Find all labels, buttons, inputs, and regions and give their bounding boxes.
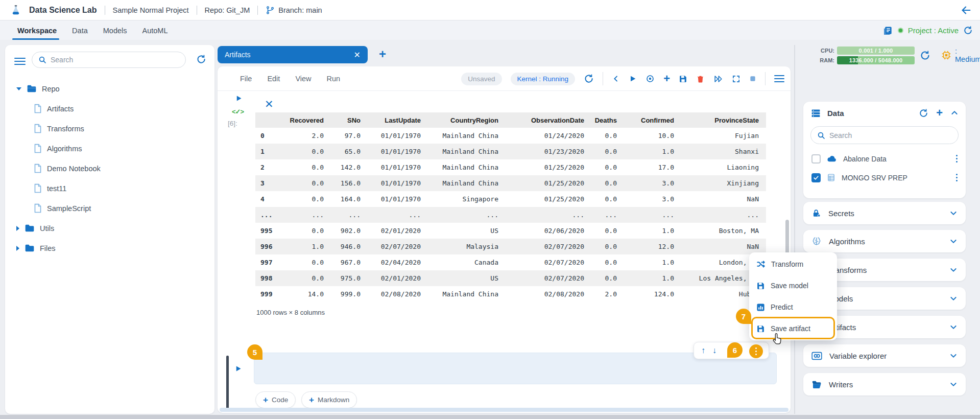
cell-options-icon[interactable] bbox=[749, 344, 763, 358]
nav-item-data[interactable]: Data bbox=[72, 27, 88, 35]
kernel-status-badge: Kernel : Running bbox=[511, 73, 576, 85]
collapse-left-icon[interactable] bbox=[612, 75, 620, 83]
chevron-down-icon[interactable] bbox=[949, 380, 958, 388]
run-all-icon[interactable] bbox=[713, 74, 723, 84]
tab-close-icon[interactable]: ✕ bbox=[354, 50, 361, 60]
explorer-menu-icon[interactable] bbox=[14, 56, 26, 67]
menu-item-save-model[interactable]: Save model bbox=[749, 275, 837, 296]
tree-label: Algorithms bbox=[47, 145, 82, 153]
writers-panel[interactable]: Writers bbox=[803, 373, 966, 395]
window-bottom-edge bbox=[0, 415, 980, 419]
chevron-down-icon[interactable] bbox=[949, 352, 958, 360]
tree-file-demo-notebook[interactable]: Demo Notebook bbox=[5, 158, 214, 178]
cell1-run-icon[interactable] bbox=[235, 95, 243, 102]
menu-view[interactable]: View bbox=[295, 75, 311, 83]
new-tab-button[interactable]: + bbox=[379, 47, 386, 61]
divider bbox=[257, 6, 258, 15]
cell2-run-icon[interactable] bbox=[234, 365, 242, 373]
nav-item-models[interactable]: Models bbox=[103, 27, 127, 35]
tab-artifacts[interactable]: Artifacts ✕ bbox=[218, 46, 368, 63]
divider bbox=[105, 6, 105, 15]
variable-explorer-panel[interactable]: Variable explorer bbox=[803, 344, 966, 367]
project-status-label: Project : Active bbox=[908, 26, 959, 35]
tree-folder-utils[interactable]: Utils bbox=[5, 218, 214, 238]
checkbox-checked[interactable] bbox=[811, 173, 821, 182]
move-cell-up-icon[interactable]: ↑ bbox=[701, 346, 705, 355]
move-cell-down-icon[interactable]: ↓ bbox=[712, 346, 716, 355]
instance-size-label: : Medium bbox=[955, 47, 980, 63]
table-header-row: Recovered SNo LastUpdate CountryRegion O… bbox=[255, 112, 766, 128]
table-summary: 1000 rows × 8 columns bbox=[256, 309, 325, 316]
resource-meters: CPU: 0.001 / 1.000 RAM: 1336.000 / 5048.… bbox=[817, 45, 980, 65]
table-row: 99914.0999.002/08/2020Mainland China02/0… bbox=[255, 286, 766, 302]
nav-item-automl[interactable]: AutoML bbox=[142, 27, 168, 35]
dataset-item-mongo[interactable]: MONGO SRV PREP bbox=[803, 168, 966, 187]
data-collapse-icon[interactable] bbox=[950, 109, 959, 117]
algorithms-panel[interactable]: Algorithms bbox=[803, 230, 966, 252]
menu-item-transform[interactable]: Transform bbox=[749, 253, 837, 275]
panel-title: Writers bbox=[829, 380, 942, 389]
tree-file-artifacts[interactable]: Artifacts bbox=[5, 99, 214, 119]
menu-item-predict[interactable]: Predict bbox=[749, 296, 837, 318]
dataset-item-abalone[interactable]: Abalone Data bbox=[803, 149, 966, 168]
kernel-refresh-icon[interactable] bbox=[584, 74, 594, 84]
resources-refresh-icon[interactable] bbox=[920, 50, 930, 61]
annotation-badge-6: 6 bbox=[727, 342, 743, 358]
tree-file-samplescript[interactable]: SampleScript bbox=[5, 198, 214, 218]
variable-explorer-icon bbox=[811, 352, 822, 360]
tree-file-test11[interactable]: test11 bbox=[5, 178, 214, 198]
dataset-options-icon[interactable] bbox=[956, 174, 958, 182]
secrets-panel[interactable]: Secrets bbox=[803, 202, 966, 224]
data-refresh-icon[interactable] bbox=[919, 108, 928, 118]
add-cell-icon[interactable]: + bbox=[663, 72, 670, 85]
delete-cell-icon[interactable] bbox=[696, 75, 705, 83]
ram-usage-bar: 1336.000 / 5048.000 bbox=[837, 56, 915, 64]
tree-folder-files[interactable]: Files bbox=[5, 238, 214, 258]
search-icon bbox=[38, 56, 46, 64]
nav-item-workspace[interactable]: Workspace bbox=[17, 27, 57, 35]
add-markdown-label: Markdown bbox=[318, 396, 349, 404]
data-search-input[interactable] bbox=[829, 131, 952, 139]
checkbox-unchecked[interactable] bbox=[811, 154, 821, 164]
explorer-refresh-icon[interactable] bbox=[196, 54, 206, 64]
folder-icon bbox=[25, 244, 35, 252]
chevron-down-icon[interactable] bbox=[949, 323, 958, 331]
plus-icon: + bbox=[309, 395, 314, 405]
explorer-search-input[interactable] bbox=[51, 56, 179, 64]
chevron-down-icon[interactable] bbox=[949, 237, 958, 245]
notebook-options-icon[interactable] bbox=[774, 73, 784, 84]
dataset-options-icon[interactable] bbox=[956, 155, 958, 163]
caret-right-icon[interactable] bbox=[16, 226, 19, 231]
save-notebook-icon[interactable] bbox=[679, 75, 687, 83]
add-markdown-button[interactable]: + Markdown bbox=[301, 391, 357, 408]
tree-file-transforms[interactable]: Transforms bbox=[5, 119, 214, 138]
dataframe-table: Recovered SNo LastUpdate CountryRegion O… bbox=[255, 112, 766, 302]
caret-right-icon[interactable] bbox=[16, 246, 19, 251]
data-add-icon[interactable]: + bbox=[936, 106, 943, 120]
add-code-button[interactable]: + Code bbox=[255, 391, 296, 408]
menu-file[interactable]: File bbox=[240, 75, 252, 83]
menu-item-label: Save model bbox=[771, 282, 808, 290]
tree-file-algorithms[interactable]: Algorithms bbox=[5, 138, 214, 158]
menu-run[interactable]: Run bbox=[327, 75, 341, 83]
horizontal-scrollbar[interactable] bbox=[220, 408, 788, 412]
data-search[interactable] bbox=[810, 126, 959, 144]
refresh-project-icon[interactable] bbox=[963, 26, 973, 35]
caret-down-icon[interactable] bbox=[16, 87, 21, 90]
menu-edit[interactable]: Edit bbox=[267, 75, 280, 83]
chevron-down-icon[interactable] bbox=[949, 266, 958, 274]
fullscreen-icon[interactable] bbox=[732, 75, 740, 83]
divider bbox=[603, 72, 603, 85]
tree-folder-repo[interactable]: Repo bbox=[5, 79, 214, 99]
run-cell-icon[interactable] bbox=[629, 75, 637, 83]
clear-output-icon[interactable]: ✕ bbox=[265, 98, 274, 110]
stop-kernel-icon[interactable] bbox=[749, 75, 756, 82]
restart-kernel-icon[interactable] bbox=[646, 74, 655, 83]
logs-icon[interactable] bbox=[883, 26, 893, 36]
explorer-search[interactable] bbox=[32, 52, 186, 68]
tree-label: Artifacts bbox=[47, 105, 74, 113]
chevron-down-icon[interactable] bbox=[949, 209, 958, 217]
back-arrow-icon[interactable] bbox=[961, 5, 972, 16]
chevron-down-icon[interactable] bbox=[949, 294, 958, 302]
branch-name: Branch: main bbox=[278, 6, 322, 14]
